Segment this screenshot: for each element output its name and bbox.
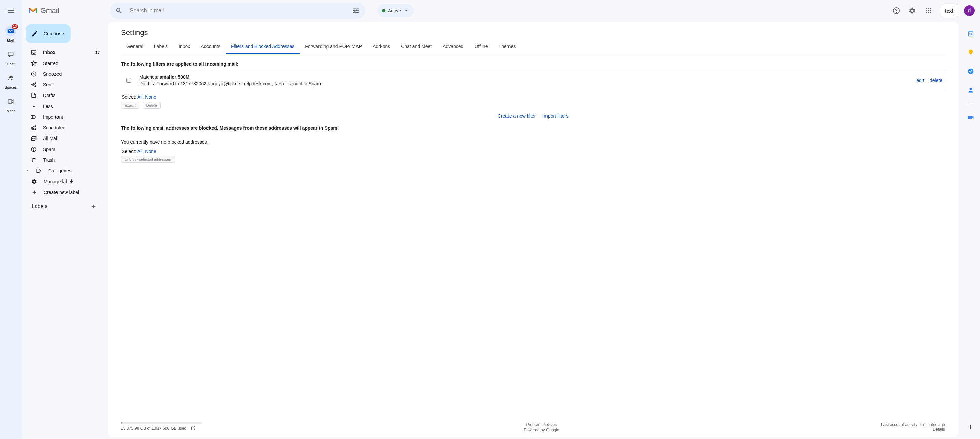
- sidebar-item-snoozed[interactable]: Snoozed: [24, 68, 103, 79]
- svg-point-6: [896, 12, 896, 13]
- calendar-addon[interactable]: 31: [964, 27, 977, 40]
- sidebar-item-allmail[interactable]: All Mail: [24, 133, 103, 144]
- delete-filters-button[interactable]: Delete: [143, 102, 161, 109]
- search-icon: [115, 7, 123, 14]
- svg-text:31: 31: [969, 33, 972, 36]
- sidebar-item-scheduled[interactable]: Scheduled: [24, 122, 103, 133]
- hamburger-icon: [7, 7, 15, 15]
- sidebar-item-important[interactable]: Important: [24, 112, 103, 122]
- sidebar-item-starred[interactable]: Starred: [24, 58, 103, 68]
- unblock-button[interactable]: Unblock selected addresses: [121, 156, 175, 163]
- contacts-icon: [967, 87, 974, 94]
- nav-mail[interactable]: 13 Mail: [0, 23, 22, 45]
- sidebar-item-trash[interactable]: Trash: [24, 155, 103, 165]
- tab-inbox[interactable]: Inbox: [173, 40, 196, 54]
- svg-point-2: [9, 76, 11, 78]
- send-icon: [30, 82, 37, 88]
- add-label-button[interactable]: [89, 202, 98, 211]
- search-input[interactable]: [127, 8, 348, 14]
- tune-icon: [352, 7, 360, 14]
- chat-icon: [7, 51, 14, 58]
- tab-accounts[interactable]: Accounts: [196, 40, 226, 54]
- tab-advanced[interactable]: Advanced: [437, 40, 469, 54]
- storage-text: 15,873.98 GB of 1,817,600 GB used: [121, 426, 186, 431]
- main-menu-button[interactable]: [3, 3, 19, 19]
- sidebar-item-less[interactable]: Less: [24, 101, 103, 112]
- select-all-blocked[interactable]: All: [137, 149, 143, 154]
- nav-spaces[interactable]: Spaces: [0, 70, 22, 92]
- status-chip[interactable]: Active: [377, 4, 414, 17]
- keep-icon: [967, 49, 974, 56]
- filter-delete-link[interactable]: delete: [929, 78, 942, 83]
- settings-button[interactable]: [906, 4, 919, 17]
- export-button[interactable]: Export: [121, 102, 139, 109]
- sidebar-item-sent[interactable]: Sent: [24, 79, 103, 90]
- calendar-icon: 31: [967, 30, 974, 37]
- storage-progress: [121, 422, 202, 423]
- select-all-filters[interactable]: All: [137, 95, 143, 100]
- trash-icon: [30, 157, 37, 163]
- svg-point-13: [926, 12, 927, 13]
- plus-icon: [31, 189, 38, 195]
- nav-spaces-label: Spaces: [5, 86, 17, 89]
- tasks-addon[interactable]: [964, 65, 977, 78]
- tab-addons[interactable]: Add-ons: [367, 40, 396, 54]
- filter-edit-link[interactable]: edit: [916, 78, 924, 83]
- header-text-input[interactable]: text: [941, 4, 958, 17]
- status-dot-icon: [382, 9, 385, 13]
- program-policies-link[interactable]: Program Policies: [526, 422, 557, 427]
- details-link[interactable]: Details: [932, 427, 945, 432]
- logo[interactable]: Gmail: [25, 6, 106, 15]
- video-addon[interactable]: [964, 111, 977, 124]
- gmail-logo-icon: [28, 7, 38, 14]
- support-button[interactable]: [889, 4, 903, 17]
- search-button[interactable]: [112, 4, 126, 17]
- sidebar-item-manage-labels[interactable]: Manage labels: [24, 176, 103, 187]
- nav-meet-label: Meet: [7, 109, 15, 113]
- select-none-filters[interactable]: None: [145, 95, 156, 100]
- svg-point-11: [928, 10, 929, 11]
- compose-button[interactable]: Compose: [25, 24, 71, 43]
- search-options-button[interactable]: [349, 4, 363, 17]
- import-filters-link[interactable]: Import filters: [542, 113, 568, 119]
- open-in-new-icon[interactable]: [190, 426, 196, 431]
- svg-rect-1: [8, 52, 13, 56]
- sidebar-item-inbox[interactable]: Inbox13: [24, 47, 103, 58]
- filter-checkbox[interactable]: [126, 78, 131, 83]
- tab-offline[interactable]: Offline: [469, 40, 493, 54]
- sidebar-item-create-label[interactable]: Create new label: [24, 187, 103, 198]
- nav-mail-label: Mail: [7, 38, 14, 42]
- select-none-blocked[interactable]: None: [145, 149, 156, 154]
- header-text-value: text: [945, 8, 953, 14]
- sidebar-item-spam[interactable]: Spam: [24, 144, 103, 155]
- svg-point-10: [926, 10, 927, 11]
- account-avatar[interactable]: d: [964, 5, 975, 16]
- page-title: Settings: [121, 28, 945, 37]
- nav-chat[interactable]: Chat: [0, 46, 22, 68]
- settings-panel: Settings General Labels Inbox Accounts F…: [108, 22, 958, 437]
- nav-meet[interactable]: Meet: [0, 94, 22, 116]
- keep-addon[interactable]: [964, 46, 977, 59]
- apps-button[interactable]: [922, 4, 935, 17]
- settings-tabs: General Labels Inbox Accounts Filters an…: [121, 40, 945, 54]
- header: Gmail Active text d: [22, 0, 980, 22]
- sidebar-item-categories[interactable]: Categories: [24, 165, 103, 176]
- tab-filters[interactable]: Filters and Blocked Addresses: [226, 40, 300, 54]
- svg-point-8: [928, 8, 929, 10]
- tab-forwarding[interactable]: Forwarding and POP/IMAP: [300, 40, 367, 54]
- svg-point-27: [970, 88, 972, 90]
- categories-icon: [36, 168, 42, 174]
- tab-labels[interactable]: Labels: [149, 40, 173, 54]
- search-bar[interactable]: [110, 3, 365, 19]
- chevron-down-icon: [404, 8, 409, 13]
- scheduled-icon: [30, 125, 37, 131]
- chevron-up-icon: [30, 103, 37, 109]
- create-filter-link[interactable]: Create a new filter: [498, 113, 536, 119]
- tab-themes[interactable]: Themes: [493, 40, 521, 54]
- filter-description: Matches: smaller:500M Do this: Forward t…: [139, 74, 911, 87]
- tab-general[interactable]: General: [121, 40, 149, 54]
- sidebar-item-drafts[interactable]: Drafts: [24, 90, 103, 101]
- get-addons-button[interactable]: [964, 420, 977, 434]
- contacts-addon[interactable]: [964, 83, 977, 97]
- tab-chat-meet[interactable]: Chat and Meet: [396, 40, 437, 54]
